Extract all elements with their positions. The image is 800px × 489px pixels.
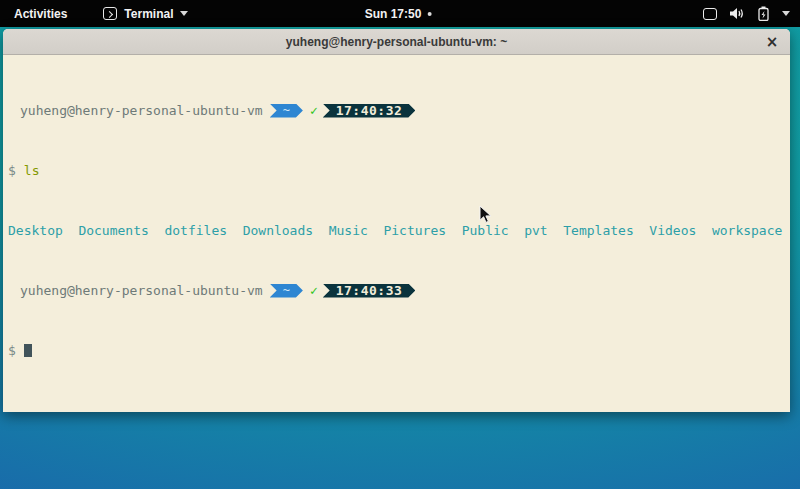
prompt-user-host: yuheng@henry-personal-ubuntu-vm	[20, 283, 263, 298]
clock-label: Sun 17:50	[365, 7, 422, 21]
directory-name: Downloads	[243, 223, 313, 238]
app-menu-terminal[interactable]: Terminal	[103, 7, 188, 21]
directory-name: Desktop	[8, 223, 63, 238]
prompt-dollar: $	[8, 343, 16, 358]
prompt-time-segment: 17:40:32	[323, 104, 416, 118]
directory-name: Templates	[563, 223, 633, 238]
typed-command: ls	[24, 163, 40, 178]
directory-name: Music	[329, 223, 368, 238]
prompt-user-host: yuheng@henry-personal-ubuntu-vm	[20, 103, 263, 118]
desktop: { "topbar": { "activities_label": "Activ…	[0, 0, 800, 489]
directory-name: pvt	[524, 223, 547, 238]
screen-icon	[703, 8, 717, 20]
terminal-window: yuheng@henry-personal-ubuntu-vm: ~ × yuh…	[3, 29, 790, 412]
system-status-menu[interactable]	[703, 0, 790, 27]
directory-name: dotfiles	[164, 223, 227, 238]
activities-button[interactable]: Activities	[10, 5, 71, 23]
chevron-down-icon	[180, 11, 188, 16]
text-cursor-block	[24, 344, 32, 357]
close-button[interactable]: ×	[761, 31, 783, 53]
prompt-time-segment: 17:40:33	[323, 284, 416, 298]
clock-menu[interactable]: Sun 17:50	[365, 0, 432, 27]
check-icon: ✓	[310, 283, 318, 298]
chevron-down-icon	[782, 11, 790, 16]
prompt-cwd-segment: ~	[270, 284, 303, 298]
window-titlebar[interactable]: yuheng@henry-personal-ubuntu-vm: ~ ×	[3, 29, 790, 55]
window-title: yuheng@henry-personal-ubuntu-vm: ~	[286, 35, 507, 49]
directory-name: Pictures	[383, 223, 446, 238]
battery-charging-icon	[758, 6, 769, 21]
volume-icon	[730, 7, 745, 20]
command-line: $ ls	[8, 163, 790, 178]
mouse-pointer-icon	[479, 205, 492, 228]
notification-dot-icon	[427, 12, 431, 16]
top-bar: Activities Terminal Sun 17:50	[0, 0, 800, 27]
app-menu-label: Terminal	[124, 7, 173, 21]
prompt-line-1: yuheng@henry-personal-ubuntu-vm ~ ✓ 17:4…	[8, 103, 790, 118]
check-icon: ✓	[310, 103, 318, 118]
ls-output: DesktopDocumentsdotfilesDownloadsMusicPi…	[8, 223, 790, 238]
terminal-icon	[103, 7, 117, 20]
directory-name: workspace	[712, 223, 782, 238]
terminal-content[interactable]: yuheng@henry-personal-ubuntu-vm ~ ✓ 17:4…	[3, 55, 790, 412]
input-line[interactable]: $	[8, 343, 790, 358]
prompt-line-2: yuheng@henry-personal-ubuntu-vm ~ ✓ 17:4…	[8, 283, 790, 298]
prompt-dollar: $	[8, 163, 16, 178]
directory-name: Videos	[649, 223, 696, 238]
prompt-cwd-segment: ~	[270, 104, 303, 118]
directory-name: Documents	[78, 223, 148, 238]
